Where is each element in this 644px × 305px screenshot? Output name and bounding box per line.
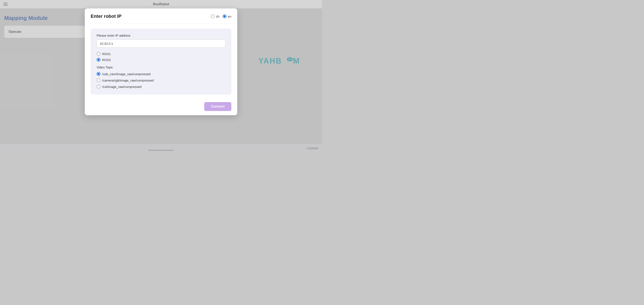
modal-footer: Connect <box>85 99 237 115</box>
scroll-indicator <box>148 150 174 151</box>
ip-field-label: Please enter IP address <box>96 34 226 37</box>
inner-card: Please enter IP address ROS1 ROS2 Video … <box>91 28 231 94</box>
ros2-radio[interactable] <box>96 58 100 62</box>
ros-options: ROS1 ROS2 <box>96 52 226 62</box>
modal-dialog: Enter robot IP zh en Please enter IP add… <box>85 8 237 115</box>
modal-body: Please enter IP address ROS1 ROS2 Video … <box>85 24 237 94</box>
topic-usb-option[interactable]: /usb_cam/image_raw/compressed <box>96 72 226 76</box>
topic-csi-label: /csi/image_raw/compressed <box>102 85 142 88</box>
ros2-label: ROS2 <box>102 58 111 62</box>
lang-en-radio[interactable] <box>223 14 226 18</box>
lang-en-option[interactable]: en <box>223 14 231 18</box>
topic-csi-option[interactable]: /csi/image_raw/compressed <box>96 85 226 88</box>
lang-zh-label: zh <box>216 14 219 18</box>
ros1-label: ROS1 <box>102 52 111 56</box>
ros2-option[interactable]: ROS2 <box>96 58 226 62</box>
topic-camera-radio[interactable] <box>96 78 100 82</box>
lang-en-label: en <box>228 14 231 18</box>
modal-header: Enter robot IP zh en <box>85 8 237 24</box>
ip-address-input[interactable] <box>96 40 226 48</box>
connect-button[interactable]: Connect <box>204 102 231 111</box>
language-selector: zh en <box>211 14 231 18</box>
ros1-option[interactable]: ROS1 <box>96 52 226 56</box>
topic-camera-option[interactable]: /camera/rgb/image_raw/compressed <box>96 78 226 82</box>
topic-usb-radio[interactable] <box>96 72 100 76</box>
modal-overlay: Enter robot IP zh en Please enter IP add… <box>0 0 322 152</box>
topic-options: /usb_cam/image_raw/compressed /camera/rg… <box>96 72 226 88</box>
topic-csi-radio[interactable] <box>96 85 100 88</box>
modal-title: Enter robot IP <box>91 14 122 19</box>
lang-zh-radio[interactable] <box>211 14 214 18</box>
lang-zh-option[interactable]: zh <box>211 14 219 18</box>
topic-usb-label: /usb_cam/image_raw/compressed <box>102 72 150 76</box>
topic-camera-label: /camera/rgb/image_raw/compressed <box>102 78 154 82</box>
video-topic-label: Video Topic <box>96 66 226 69</box>
ros1-radio[interactable] <box>96 52 100 56</box>
